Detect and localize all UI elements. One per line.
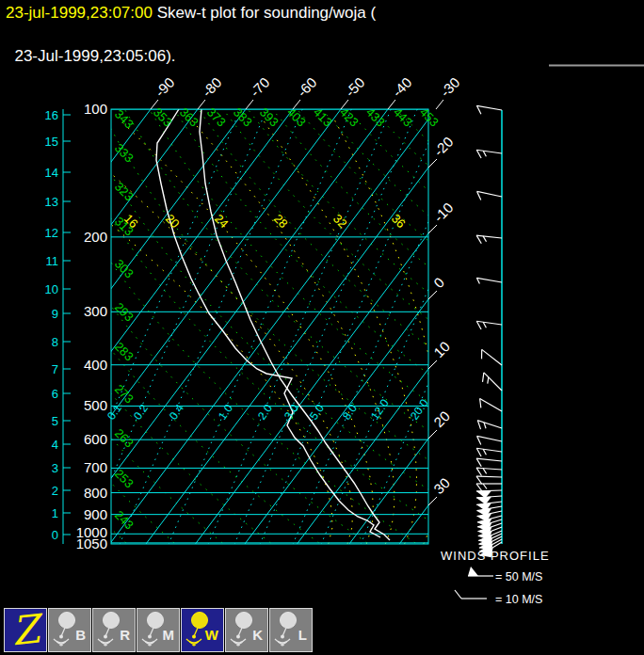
moist-adiabat-line (49, 120, 352, 544)
station-letter: M (163, 627, 175, 643)
height-label: 4 (52, 438, 58, 452)
isotherm-top-label: -70 (247, 74, 272, 100)
dry-adiabat-label: 383 (231, 105, 255, 130)
mixing-ratio-label: 0.2 (131, 402, 151, 423)
isotherm-top-tick (246, 100, 253, 109)
isotherm-top-tick (198, 100, 205, 109)
dry-adiabat-line (297, 109, 644, 543)
dry-adiabat-label: 333 (112, 141, 137, 166)
legend-symbol-full (455, 590, 487, 599)
legend-symbol-flag (468, 567, 493, 576)
dry-adiabat-label: 283 (112, 340, 137, 364)
toolbar-button-r[interactable]: R (92, 608, 136, 652)
moist-adiabat-line (192, 120, 394, 544)
moist-adiabat-label: 36 (389, 212, 409, 232)
isotherm-right-tick (428, 360, 437, 369)
isotherm-right-tick (428, 159, 437, 168)
wind-barb (476, 399, 502, 418)
station-letter: W (205, 627, 218, 643)
dry-adiabat-line (75, 109, 512, 543)
toolbar-button-m[interactable]: M (137, 608, 180, 652)
height-label: 0 (52, 528, 58, 542)
wind-barb (475, 458, 502, 469)
dry-adiabat-label: 403 (284, 105, 309, 130)
height-label: 9 (52, 307, 58, 321)
temperature-curve (200, 109, 390, 540)
dry-adiabat-label: 273 (112, 382, 137, 407)
height-label: 16 (45, 108, 58, 122)
height-label: 8 (52, 335, 58, 349)
height-label: 13 (45, 195, 58, 209)
mixing-ratio-label: 20.0 (408, 396, 431, 422)
dry-adiabat-line (248, 109, 644, 543)
wind-barb (475, 421, 502, 436)
isotherm-top-label: -50 (342, 74, 367, 100)
mixing-ratio-label: 12.0 (368, 396, 392, 422)
pressure-label: 100 (84, 101, 107, 117)
toolbar-button-w[interactable]: W (181, 608, 224, 652)
dry-adiabat-line (149, 109, 644, 543)
dry-adiabat-line (0, 109, 174, 543)
height-label: 3 (52, 461, 58, 475)
mixing-ratio-line (321, 109, 504, 544)
dry-adiabat-label: 293 (112, 300, 137, 325)
isotherm-line (0, 109, 198, 544)
mixing-ratio-label: 0.4 (167, 402, 186, 423)
height-label: 12 (45, 226, 58, 240)
isotherm-top-label: -80 (199, 74, 224, 100)
wind-barb (475, 448, 502, 459)
isotherm-top-label: -60 (294, 74, 319, 100)
mixing-ratio-label: 0.1 (105, 402, 124, 423)
dry-adiabat-label: 323 (112, 180, 137, 204)
dry-adiabat-line (371, 109, 644, 543)
isotherm-right-label: -10 (430, 200, 456, 225)
pressure-label: 700 (84, 459, 107, 475)
moist-adiabat-line (0, 120, 332, 544)
height-label: 2 (52, 484, 58, 498)
mixing-ratio-line (120, 109, 302, 544)
dry-adiabat-label: 393 (257, 105, 282, 130)
dry-adiabat-line (272, 109, 644, 543)
pressure-label: 600 (84, 431, 107, 447)
isotherm-line (0, 109, 8, 544)
toolbar: Z B R M W (4, 608, 313, 652)
moist-adiabat-label: 20 (163, 212, 183, 232)
toolbar-button-z[interactable]: Z (4, 608, 47, 652)
wind-barb (475, 436, 502, 448)
dry-adiabat-line (199, 109, 644, 543)
height-label: 10 (45, 282, 58, 296)
wind-barb (475, 278, 502, 287)
isotherm-right-tick (428, 225, 437, 233)
mixing-ratio-label: 8.0 (340, 402, 360, 423)
mixing-ratio-line (293, 109, 475, 544)
dry-adiabat-label: 453 (417, 105, 442, 130)
dry-adiabat-label: 413 (311, 105, 335, 130)
dry-adiabat-line (322, 109, 644, 543)
toolbar-button-k[interactable]: K (225, 608, 268, 652)
mixing-ratio-line (361, 109, 543, 544)
isotherm-right-label: 0 (430, 274, 447, 291)
wind-barb (476, 468, 502, 477)
station-letter: L (298, 627, 307, 643)
toolbar-button-b[interactable]: B (48, 608, 91, 652)
isotherm-top-label: -30 (437, 74, 462, 100)
toolbar-button-l[interactable]: L (269, 608, 313, 652)
isotherm-line (62, 109, 389, 544)
dry-adiabat-label: 263 (112, 426, 137, 451)
isotherm-line (146, 109, 473, 544)
pressure-label: 300 (84, 303, 107, 319)
mixing-ratio-label: 1.0 (216, 402, 235, 423)
isotherm-right-label: 30 (430, 474, 453, 497)
isotherm-right-tick (428, 291, 437, 299)
wind-barb (475, 150, 502, 161)
isotherm-right-label: 10 (430, 338, 453, 360)
wind-barb (475, 105, 502, 118)
moist-adiabat-label: 28 (271, 212, 291, 232)
wind-barb (475, 235, 502, 246)
pressure-label: 200 (84, 229, 107, 245)
dry-adiabat-label: 243 (112, 508, 137, 533)
dry-adiabat-label: 343 (112, 107, 137, 132)
height-label: 5 (52, 414, 58, 428)
dry-adiabat-label: 373 (204, 105, 229, 130)
pressure-label: 1050 (76, 535, 107, 551)
